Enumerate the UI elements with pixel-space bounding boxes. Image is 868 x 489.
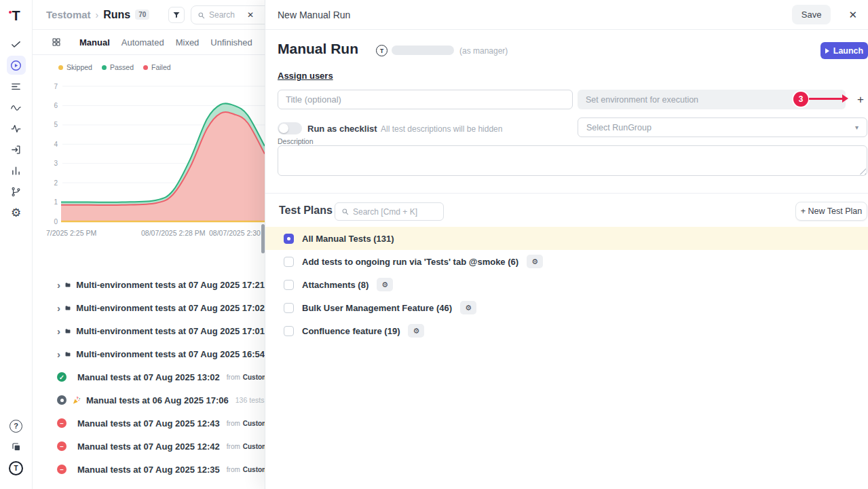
plan-checkbox[interactable] xyxy=(284,280,294,290)
test-plans-search-input[interactable] xyxy=(353,207,433,217)
run-label[interactable]: Manual tests at 06 Aug 2025 17:06 xyxy=(86,395,229,405)
run-meta-from: from xyxy=(227,443,240,450)
run-title-input[interactable] xyxy=(278,90,573,109)
chevron-right-icon[interactable]: › xyxy=(57,303,60,313)
funnel-icon xyxy=(172,11,181,19)
section-divider xyxy=(265,193,868,194)
tab-automated[interactable]: Automated xyxy=(121,37,164,48)
run-group-row[interactable]: ›Multi-environment tests at 07 Aug 2025 … xyxy=(33,296,265,319)
new-manual-run-modal: New Manual Run Save ✕ Manual Run T (as m… xyxy=(265,0,868,489)
view-grid-icon[interactable] xyxy=(52,37,61,47)
test-plans-list: All Manual Tests (131)Add tests to ongoi… xyxy=(265,227,868,342)
filter-button[interactable] xyxy=(168,7,185,23)
run-group-row[interactable]: ›Multi-environment tests at 07 Aug 2025 … xyxy=(33,342,265,365)
legend-dot xyxy=(58,65,63,70)
test-plan-row[interactable]: Attachments (8)⚙ xyxy=(265,273,868,296)
modal-header: New Manual Run Save ✕ xyxy=(265,0,868,30)
import-icon[interactable] xyxy=(7,140,26,159)
plan-settings-button[interactable]: ⚙ xyxy=(460,301,476,314)
legend-item-failed[interactable]: Failed xyxy=(143,63,171,71)
analytics-wave-icon[interactable] xyxy=(7,98,26,117)
redacted-manager-name xyxy=(392,46,454,55)
plan-label[interactable]: Bulk User Management Feature (46) xyxy=(302,303,452,313)
chevron-right-icon[interactable]: › xyxy=(57,326,60,336)
description-textarea[interactable] xyxy=(278,145,867,176)
tab-manual[interactable]: Manual xyxy=(79,37,110,48)
help-icon[interactable]: ? xyxy=(7,416,26,435)
run-row[interactable]: Manual tests at 06 Aug 2025 17:06136 tes… xyxy=(33,388,265,412)
run-group-row[interactable]: ›Multi-environment tests at 07 Aug 2025 … xyxy=(33,319,265,342)
tab-unfinished[interactable]: Unfinished xyxy=(210,37,252,48)
runs-play-icon[interactable] xyxy=(7,56,26,75)
run-row[interactable]: −Manual tests at 07 Aug 2025 12:42fromCu… xyxy=(33,435,265,458)
description-field-wrap xyxy=(278,145,867,176)
svg-text:0: 0 xyxy=(54,218,58,225)
save-button[interactable]: Save xyxy=(792,5,831,24)
test-plan-row[interactable]: Add tests to ongoing run via 'Tests' tab… xyxy=(265,250,868,273)
legend-item-passed[interactable]: Passed xyxy=(102,63,134,71)
new-test-plan-button[interactable]: + New Test Plan xyxy=(795,202,867,221)
plan-checkbox[interactable] xyxy=(284,257,294,267)
report-chart-icon[interactable] xyxy=(7,161,26,180)
run-label[interactable]: Manual tests at 07 Aug 2025 12:43 xyxy=(77,418,220,429)
svg-text:2: 2 xyxy=(54,179,58,187)
folder-icon xyxy=(65,304,71,312)
run-as-checklist-toggle[interactable] xyxy=(278,122,302,134)
test-plan-row[interactable]: Bulk User Management Feature (46)⚙ xyxy=(265,296,868,319)
run-label[interactable]: Multi-environment tests at 07 Aug 2025 1… xyxy=(76,303,265,313)
run-row[interactable]: ✓Manual tests at 07 Aug 2025 13:02fromCu… xyxy=(33,365,265,388)
run-group-row[interactable]: ›Multi-environment tests at 07 Aug 2025 … xyxy=(33,273,265,296)
runs-search-input[interactable] xyxy=(209,10,250,20)
svg-text:4: 4 xyxy=(54,141,58,148)
rungroup-select[interactable]: Select RunGroup ▾ xyxy=(578,117,867,137)
plan-settings-button[interactable]: ⚙ xyxy=(408,324,424,338)
run-row[interactable]: −Manual tests at 07 Aug 2025 12:35fromCu… xyxy=(33,458,265,481)
run-row[interactable]: −Manual tests at 07 Aug 2025 12:43fromCu… xyxy=(33,412,265,435)
plan-label[interactable]: Add tests to ongoing run via 'Tests' tab… xyxy=(302,257,518,267)
tasks-check-icon[interactable] xyxy=(7,35,26,54)
chevron-right-icon[interactable]: › xyxy=(57,280,60,290)
close-icon[interactable]: ✕ xyxy=(848,9,857,21)
list-icon[interactable] xyxy=(7,77,26,96)
breadcrumb-app[interactable]: Testomat xyxy=(46,9,91,20)
add-environment-button[interactable]: + xyxy=(852,90,868,109)
breadcrumb-section[interactable]: Runs xyxy=(103,9,130,21)
run-label[interactable]: Manual tests at 07 Aug 2025 12:42 xyxy=(77,441,220,452)
assign-users-link[interactable]: Assign users xyxy=(278,71,333,81)
plan-settings-button[interactable]: ⚙ xyxy=(527,255,543,268)
panel-scrollbar-thumb[interactable] xyxy=(261,224,265,253)
plan-label[interactable]: Confluence feature (19) xyxy=(302,326,400,336)
launch-button[interactable]: Launch xyxy=(820,42,868,59)
legend-item-skipped[interactable]: Skipped xyxy=(58,63,92,71)
plan-checkbox[interactable] xyxy=(284,303,294,313)
search-icon xyxy=(341,208,349,215)
svg-text:5: 5 xyxy=(54,121,58,128)
run-label[interactable]: Multi-environment tests at 07 Aug 2025 1… xyxy=(76,349,265,359)
plan-checkbox[interactable] xyxy=(284,326,294,336)
run-label[interactable]: Manual tests at 07 Aug 2025 13:02 xyxy=(77,372,220,382)
status-finished-icon xyxy=(57,395,67,405)
test-plan-row[interactable]: Confluence feature (19)⚙ xyxy=(265,319,868,342)
plan-label[interactable]: Attachments (8) xyxy=(302,280,369,290)
status-passed-icon: ✓ xyxy=(57,372,67,382)
plan-label[interactable]: All Manual Tests (131) xyxy=(302,234,394,244)
description-label: Description xyxy=(278,137,314,145)
plan-settings-button[interactable]: ⚙ xyxy=(377,278,393,291)
chevron-down-icon: ▾ xyxy=(855,124,858,131)
settings-gear-icon[interactable]: ⚙ xyxy=(7,203,26,222)
run-label[interactable]: Multi-environment tests at 07 Aug 2025 1… xyxy=(76,280,265,290)
copy-icon[interactable] xyxy=(7,437,26,456)
run-label[interactable]: Multi-environment tests at 07 Aug 2025 1… xyxy=(76,326,265,336)
run-label[interactable]: Manual tests at 07 Aug 2025 12:35 xyxy=(77,465,220,475)
branch-icon[interactable] xyxy=(7,182,26,201)
app-logo[interactable]: T xyxy=(12,8,20,24)
folder-icon xyxy=(65,327,71,336)
pulse-icon[interactable] xyxy=(7,119,26,138)
tab-mixed[interactable]: Mixed xyxy=(176,37,200,48)
plan-checkbox[interactable] xyxy=(284,234,294,244)
chevron-right-icon[interactable]: › xyxy=(57,349,60,359)
test-plan-row[interactable]: All Manual Tests (131) xyxy=(265,227,868,250)
profile-logo-icon[interactable]: T xyxy=(7,458,26,477)
clear-search-icon[interactable]: ✕ xyxy=(247,10,254,20)
test-plans-heading: Test Plans xyxy=(279,204,333,217)
